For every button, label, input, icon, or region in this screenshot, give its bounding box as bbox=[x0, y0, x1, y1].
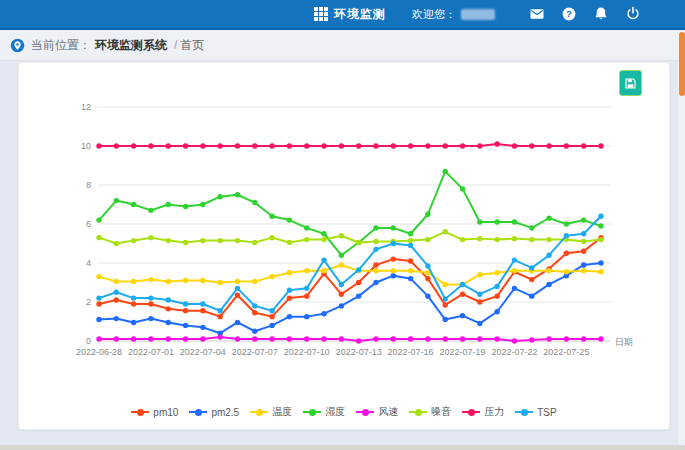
data-point-pm2.5[interactable] bbox=[287, 314, 292, 319]
data-point-pm2.5[interactable] bbox=[529, 293, 534, 298]
data-point-温度[interactable] bbox=[477, 272, 482, 277]
data-point-温度[interactable] bbox=[148, 277, 153, 282]
data-point-温度[interactable] bbox=[546, 268, 551, 273]
data-point-压力[interactable] bbox=[304, 143, 309, 148]
data-point-噪音[interactable] bbox=[96, 235, 101, 240]
data-point-pm10[interactable] bbox=[183, 308, 188, 313]
data-point-温度[interactable] bbox=[598, 269, 603, 274]
data-point-TSP[interactable] bbox=[460, 282, 465, 287]
data-point-压力[interactable] bbox=[477, 143, 482, 148]
data-point-pm2.5[interactable] bbox=[477, 321, 482, 326]
data-point-湿度[interactable] bbox=[114, 198, 119, 203]
data-point-温度[interactable] bbox=[114, 279, 119, 284]
data-point-pm10[interactable] bbox=[114, 297, 119, 302]
data-point-压力[interactable] bbox=[443, 143, 448, 148]
data-point-湿度[interactable] bbox=[166, 202, 171, 207]
data-point-压力[interactable] bbox=[269, 143, 274, 148]
data-point-TSP[interactable] bbox=[148, 295, 153, 300]
data-point-压力[interactable] bbox=[200, 143, 205, 148]
data-point-TSP[interactable] bbox=[166, 297, 171, 302]
data-point-噪音[interactable] bbox=[183, 240, 188, 245]
data-point-湿度[interactable] bbox=[373, 225, 378, 230]
data-point-pm10[interactable] bbox=[477, 299, 482, 304]
data-point-湿度[interactable] bbox=[235, 192, 240, 197]
data-point-pm2.5[interactable] bbox=[252, 329, 257, 334]
data-point-噪音[interactable] bbox=[425, 237, 430, 242]
data-point-pm2.5[interactable] bbox=[148, 316, 153, 321]
breadcrumb-home-link[interactable]: 首页 bbox=[180, 37, 204, 54]
data-point-pm2.5[interactable] bbox=[339, 303, 344, 308]
data-point-风速[interactable] bbox=[131, 336, 136, 341]
data-point-pm10[interactable] bbox=[148, 301, 153, 306]
data-point-pm10[interactable] bbox=[373, 262, 378, 267]
data-point-压力[interactable] bbox=[148, 143, 153, 148]
data-point-风速[interactable] bbox=[373, 336, 378, 341]
data-point-压力[interactable] bbox=[546, 143, 551, 148]
data-point-湿度[interactable] bbox=[183, 204, 188, 209]
data-point-pm2.5[interactable] bbox=[391, 273, 396, 278]
data-point-TSP[interactable] bbox=[217, 308, 222, 313]
data-point-湿度[interactable] bbox=[529, 225, 534, 230]
data-point-TSP[interactable] bbox=[529, 265, 534, 270]
scrollbar-thumb[interactable] bbox=[679, 32, 685, 96]
data-point-pm10[interactable] bbox=[443, 302, 448, 307]
data-point-噪音[interactable] bbox=[321, 237, 326, 242]
power-icon[interactable] bbox=[625, 6, 641, 22]
data-point-TSP[interactable] bbox=[356, 267, 361, 272]
data-point-噪音[interactable] bbox=[546, 237, 551, 242]
data-point-TSP[interactable] bbox=[131, 295, 136, 300]
data-point-压力[interactable] bbox=[460, 143, 465, 148]
data-point-压力[interactable] bbox=[252, 143, 257, 148]
data-point-湿度[interactable] bbox=[425, 212, 430, 217]
data-point-湿度[interactable] bbox=[96, 217, 101, 222]
legend-item-湿度[interactable]: 湿度 bbox=[303, 405, 345, 419]
data-point-湿度[interactable] bbox=[443, 169, 448, 174]
data-point-风速[interactable] bbox=[546, 336, 551, 341]
data-point-噪音[interactable] bbox=[217, 238, 222, 243]
data-point-噪音[interactable] bbox=[148, 235, 153, 240]
data-point-pm2.5[interactable] bbox=[269, 323, 274, 328]
data-point-噪音[interactable] bbox=[304, 237, 309, 242]
data-point-pm10[interactable] bbox=[96, 301, 101, 306]
data-point-噪音[interactable] bbox=[356, 240, 361, 245]
data-point-pm10[interactable] bbox=[339, 292, 344, 297]
data-point-噪音[interactable] bbox=[512, 236, 517, 241]
data-point-温度[interactable] bbox=[183, 278, 188, 283]
data-point-压力[interactable] bbox=[391, 143, 396, 148]
data-point-湿度[interactable] bbox=[131, 202, 136, 207]
data-point-风速[interactable] bbox=[235, 336, 240, 341]
data-point-pm2.5[interactable] bbox=[321, 311, 326, 316]
bell-icon[interactable] bbox=[593, 6, 609, 22]
data-point-风速[interactable] bbox=[512, 338, 517, 343]
data-point-噪音[interactable] bbox=[408, 238, 413, 243]
data-point-pm2.5[interactable] bbox=[460, 313, 465, 318]
app-brand[interactable]: 环境监测 bbox=[314, 6, 386, 23]
data-point-pm10[interactable] bbox=[252, 310, 257, 315]
data-point-风速[interactable] bbox=[252, 336, 257, 341]
scrollbar-track[interactable] bbox=[678, 31, 685, 445]
data-point-TSP[interactable] bbox=[373, 247, 378, 252]
mail-icon[interactable] bbox=[529, 6, 545, 22]
data-point-压力[interactable] bbox=[339, 143, 344, 148]
data-point-压力[interactable] bbox=[512, 143, 517, 148]
data-point-TSP[interactable] bbox=[408, 243, 413, 248]
data-point-pm10[interactable] bbox=[494, 293, 499, 298]
data-point-TSP[interactable] bbox=[96, 295, 101, 300]
data-point-湿度[interactable] bbox=[546, 215, 551, 220]
data-point-压力[interactable] bbox=[494, 141, 499, 146]
data-point-温度[interactable] bbox=[287, 270, 292, 275]
data-point-风速[interactable] bbox=[391, 336, 396, 341]
data-point-温度[interactable] bbox=[512, 268, 517, 273]
data-point-pm2.5[interactable] bbox=[408, 276, 413, 281]
data-point-pm10[interactable] bbox=[356, 280, 361, 285]
data-point-湿度[interactable] bbox=[477, 219, 482, 224]
data-point-温度[interactable] bbox=[339, 262, 344, 267]
data-point-温度[interactable] bbox=[373, 268, 378, 273]
data-point-pm10[interactable] bbox=[564, 251, 569, 256]
data-point-温度[interactable] bbox=[304, 268, 309, 273]
legend-item-噪音[interactable]: 噪音 bbox=[409, 405, 451, 419]
help-icon[interactable]: ? bbox=[561, 6, 577, 22]
data-point-风速[interactable] bbox=[564, 336, 569, 341]
data-point-压力[interactable] bbox=[564, 143, 569, 148]
data-point-TSP[interactable] bbox=[546, 253, 551, 258]
